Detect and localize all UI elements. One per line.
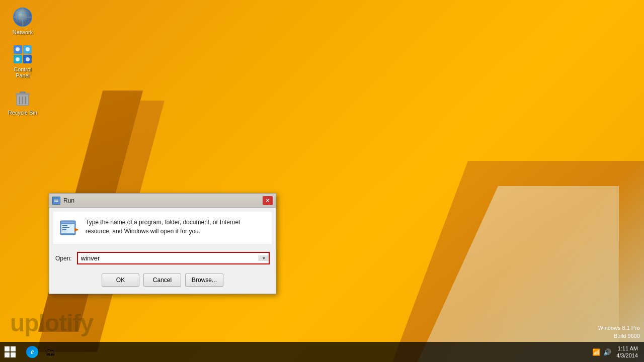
dialog-close-button[interactable]: ✕ [263,196,273,205]
dropdown-arrow[interactable]: ▾ [259,255,269,261]
system-tray: 📶 🔊 1:11 AM 4/3/2014 [589,345,644,359]
svg-rect-21 [54,200,58,201]
clock-date: 4/3/2014 [616,352,638,359]
start-icon [5,346,16,357]
dialog-body: Type the name of a program, folder, docu… [53,212,272,244]
svg-rect-28 [62,229,66,230]
run-dialog-icon [52,197,60,205]
dialog-titlebar: Run ✕ [49,194,276,208]
clock-time: 1:11 AM [616,345,638,352]
tray-time[interactable]: 1:11 AM 4/3/2014 [616,345,640,359]
start-icon-q4 [11,352,16,357]
run-icon [59,218,79,238]
svg-rect-20 [54,198,59,203]
svg-rect-22 [54,201,58,202]
explorer-icon: 🗂 [45,346,55,358]
desktop: Network Control Panel [0,0,644,362]
open-input[interactable] [78,253,259,263]
dialog-description: Type the name of a program, folder, docu… [86,218,266,236]
network-tray-icon[interactable]: 📶 [592,348,600,356]
svg-rect-26 [62,225,67,226]
taskbar-ie-icon[interactable]: e [24,344,40,360]
taskbar: e 🗂 📶 🔊 1:11 AM 4/3/2014 [0,342,644,362]
cancel-button[interactable]: Cancel [143,274,181,287]
browse-button[interactable]: Browse... [185,274,223,287]
ok-button[interactable]: OK [102,274,139,287]
start-icon-q3 [5,352,10,357]
svg-rect-24 [61,222,74,223]
start-icon-q1 [5,346,10,351]
taskbar-explorer-icon[interactable]: 🗂 [42,344,58,360]
open-input-wrapper[interactable]: ▾ [77,252,270,264]
dialog-overlay: Run ✕ Type the name of a progra [0,0,644,362]
dialog-title: Run [63,197,263,204]
tray-icons: 📶 🔊 [589,348,614,356]
volume-tray-icon[interactable]: 🔊 [603,348,611,356]
open-label: Open: [55,255,72,262]
dialog-buttons: OK Cancel Browse... [49,270,276,294]
start-icon-q2 [11,346,16,351]
taskbar-pinned-icons: e 🗂 [20,344,62,360]
svg-marker-29 [74,228,78,232]
svg-rect-27 [62,227,69,228]
start-button[interactable] [0,342,20,362]
run-dialog: Run ✕ Type the name of a progra [49,193,276,294]
dialog-open-row: Open: ▾ [49,248,276,270]
ie-icon: e [26,346,38,358]
